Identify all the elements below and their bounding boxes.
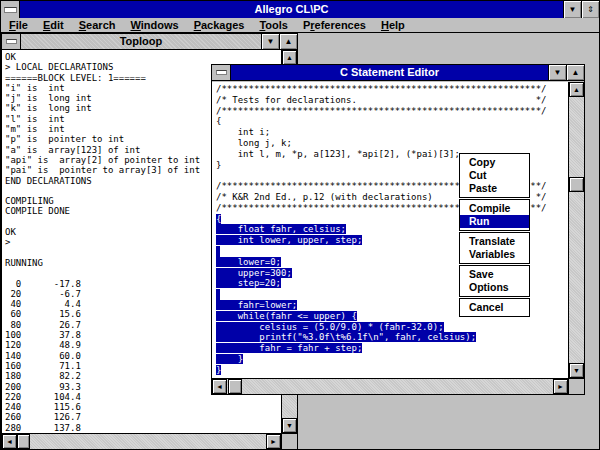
editor-maximize-button[interactable]: ▲ [566, 65, 584, 80]
context-menu: CopyCutPasteCompileRunTranslateVariables… [459, 153, 530, 317]
toploop-maximize-button[interactable]: ▲ [279, 34, 297, 49]
code-line: /* Tests for declarations. */ [216, 95, 568, 106]
code-line: } [216, 365, 568, 376]
minimize-button[interactable]: ▼ [563, 1, 581, 18]
console-line: 280 137.8 [5, 423, 281, 433]
context-menu-group: CompileRun [459, 199, 530, 231]
toploop-horizontal-scrollbar[interactable]: ◄ ► [2, 433, 281, 449]
editor-vertical-scrollbar[interactable]: ▲ ▼ [568, 82, 584, 378]
restore-icon: ⇕ [587, 5, 594, 14]
menu-item-edit[interactable]: Edit [43, 19, 64, 31]
menu-item-packages[interactable]: Packages [194, 19, 245, 31]
main-titlebar[interactable]: Allegro CL\PC ▼ ⇕ [1, 1, 599, 18]
menu-item-help[interactable]: Help [381, 19, 405, 31]
scroll-right-button[interactable]: ► [553, 379, 568, 394]
control-menu-button[interactable] [1, 1, 20, 18]
context-menu-item-copy[interactable]: Copy [460, 156, 529, 169]
menu-bar: FileEditSearchWindowsPackagesToolsPrefer… [1, 18, 599, 33]
code-line: printf("%3.0f\t%6.1f\n", fahr, celsius); [216, 332, 568, 343]
context-menu-item-paste[interactable]: Paste [460, 182, 529, 195]
scroll-up-button[interactable]: ▲ [282, 50, 297, 65]
context-menu-item-save[interactable]: Save [460, 268, 529, 281]
scroll-right-icon: ► [270, 438, 277, 445]
context-menu-item-options[interactable]: Options [460, 281, 529, 294]
control-menu-icon [4, 7, 17, 13]
code-line: long j, k; [216, 138, 568, 149]
minimize-icon: ▼ [554, 68, 562, 77]
toploop-control-menu-button[interactable] [2, 34, 21, 49]
app-title: Allegro CL\PC [20, 1, 563, 18]
code-line: fahr = fahr + step; [216, 343, 568, 354]
control-menu-icon [216, 70, 227, 75]
scroll-down-icon: ▼ [286, 422, 293, 429]
minimize-icon: ▼ [569, 5, 577, 14]
scroll-down-button[interactable]: ▼ [282, 418, 297, 433]
code-line: } [216, 354, 568, 365]
context-menu-item-translate[interactable]: Translate [460, 235, 529, 248]
restore-button[interactable]: ⇕ [581, 1, 599, 18]
context-menu-item-run[interactable]: Run [460, 215, 529, 228]
context-menu-group: SaveOptions [459, 265, 530, 297]
code-line: celsius = (5.0/9.0) * (fahr-32.0); [216, 322, 568, 333]
scroll-left-button[interactable]: ◄ [212, 379, 227, 394]
code-line: int i; [216, 127, 568, 138]
menu-item-preferences[interactable]: Preferences [303, 19, 366, 31]
menu-item-windows[interactable]: Windows [130, 19, 178, 31]
editor-title: C Statement Editor [231, 65, 548, 80]
scroll-down-button[interactable]: ▼ [569, 363, 584, 378]
scroll-left-icon: ◄ [216, 383, 223, 390]
context-menu-group: TranslateVariables [459, 232, 530, 264]
scroll-right-button[interactable]: ► [266, 434, 281, 449]
toploop-titlebar[interactable]: Toploop ▼ ▲ [2, 34, 297, 50]
code-line: { [216, 116, 568, 127]
minimize-icon: ▼ [267, 37, 275, 46]
console-line: OK [5, 52, 281, 62]
toploop-title: Toploop [21, 34, 261, 49]
context-menu-group: CopyCutPaste [459, 153, 530, 198]
scrollbar-corner [281, 433, 297, 449]
horizontal-scroll-thumb[interactable] [17, 434, 30, 449]
scrollbar-corner [568, 378, 584, 394]
scroll-up-button[interactable]: ▲ [569, 82, 584, 97]
scroll-left-icon: ◄ [6, 438, 13, 445]
context-menu-item-cancel[interactable]: Cancel [460, 301, 529, 314]
vertical-scroll-thumb[interactable] [569, 177, 584, 192]
scroll-right-icon: ► [557, 383, 564, 390]
scroll-down-icon: ▼ [573, 367, 580, 374]
scroll-left-button[interactable]: ◄ [2, 434, 17, 449]
editor-titlebar[interactable]: C Statement Editor ▼ ▲ [212, 65, 584, 81]
menu-item-search[interactable]: Search [79, 19, 116, 31]
application-window: Allegro CL\PC ▼ ⇕ FileEditSearchWindowsP… [0, 0, 600, 450]
editor-horizontal-scrollbar[interactable]: ◄ ► [212, 378, 568, 394]
code-line: /***************************************… [216, 106, 568, 117]
menu-item-file[interactable]: File [9, 19, 28, 31]
context-menu-group: Cancel [459, 298, 530, 317]
editor-control-menu-button[interactable] [212, 65, 231, 80]
control-menu-icon [6, 39, 17, 44]
console-line: 260 126.7 [5, 412, 281, 422]
scroll-up-icon: ▲ [573, 86, 580, 93]
console-line: 240 115.6 [5, 402, 281, 412]
editor-minimize-button[interactable]: ▼ [548, 65, 566, 80]
maximize-icon: ▲ [285, 37, 293, 46]
horizontal-scroll-thumb[interactable] [228, 379, 242, 394]
toploop-minimize-button[interactable]: ▼ [261, 34, 279, 49]
menu-item-tools[interactable]: Tools [259, 19, 288, 31]
maximize-icon: ▲ [572, 68, 580, 77]
scroll-up-icon: ▲ [286, 54, 293, 61]
context-menu-item-variables[interactable]: Variables [460, 248, 529, 261]
context-menu-item-cut[interactable]: Cut [460, 169, 529, 182]
context-menu-item-compile[interactable]: Compile [460, 202, 529, 215]
code-line: /***************************************… [216, 84, 568, 95]
